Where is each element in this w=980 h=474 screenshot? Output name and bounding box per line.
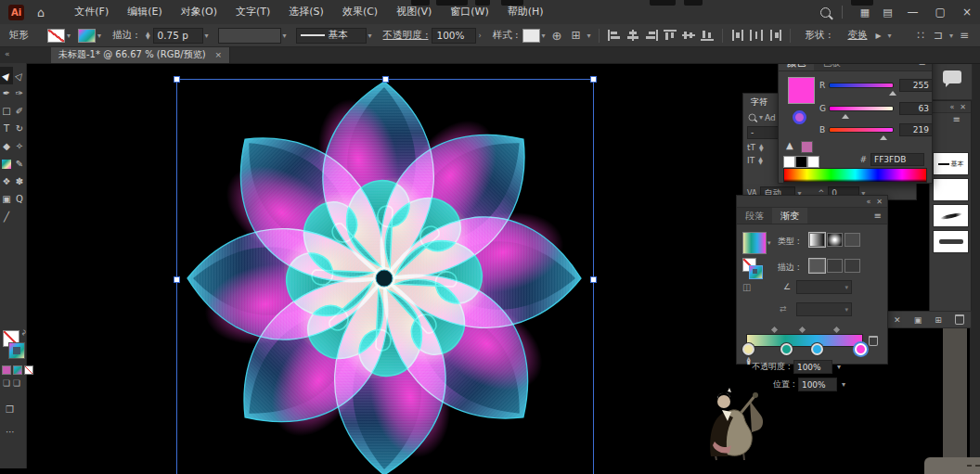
pen-tool[interactable]: ✒ <box>0 84 13 102</box>
font-style-dropdown[interactable]: - <box>747 126 779 139</box>
none-mode-button[interactable] <box>24 365 33 375</box>
edit-toolbar-icon[interactable]: ⋯ <box>6 427 15 437</box>
stroke-swatch-gradient[interactable] <box>8 342 25 359</box>
radial-gradient-type-button[interactable] <box>827 233 843 247</box>
selection-handle-top-right[interactable] <box>590 76 597 83</box>
style-dropdown-icon[interactable]: ▾ <box>542 32 546 40</box>
reverse-gradient-icon[interactable]: ⇄ <box>780 304 787 314</box>
swap-fill-stroke-icon[interactable]: ↷ <box>19 329 27 336</box>
document-setup-globe-icon[interactable]: ⊕ <box>552 29 562 43</box>
screen-mode-icon[interactable]: ❐ <box>6 404 14 415</box>
opacity-value[interactable]: 100% <box>432 28 476 44</box>
stroke-within-button[interactable] <box>809 259 825 273</box>
gradient-stroke-proxy[interactable] <box>749 265 763 279</box>
artboard-tool[interactable]: ▣ <box>0 190 13 208</box>
brush-dropdown-icon[interactable]: ▾ <box>368 32 372 40</box>
draw-behind-icon[interactable]: ❏ <box>13 378 20 388</box>
annotator-icon[interactable]: ◫ <box>742 282 751 292</box>
stop-position-value[interactable]: 100% <box>798 378 837 391</box>
selection-handle-middle-left[interactable] <box>174 276 180 283</box>
align-left-icon[interactable] <box>608 30 621 41</box>
new-brush-icon[interactable]: ⊞ <box>935 315 942 325</box>
gradient-midpoint[interactable] <box>771 327 778 333</box>
character-tab[interactable]: 字符 <box>747 96 771 109</box>
gradient-stop-yellow[interactable] <box>742 343 754 355</box>
panel-menu-icon[interactable]: ≡ <box>874 211 882 221</box>
current-color-swatch[interactable] <box>788 77 815 104</box>
linear-gradient-type-button[interactable] <box>809 233 825 247</box>
green-value[interactable]: 63 <box>899 102 933 115</box>
zoom-tool[interactable]: Q <box>13 190 26 208</box>
search-icon[interactable] <box>820 7 831 18</box>
restore-button[interactable]: ▢ <box>927 6 954 19</box>
hand-tool[interactable] <box>13 208 26 225</box>
opacity-label[interactable]: 不透明度 : <box>383 29 429 42</box>
stop-position-dropdown-icon[interactable]: ▾ <box>842 380 845 389</box>
selection-handle-top-center[interactable] <box>382 76 389 83</box>
transform-link[interactable]: 变换 <box>847 29 867 42</box>
brush-item[interactable] <box>933 204 969 227</box>
red-slider-knob[interactable] <box>889 87 896 96</box>
control-menu-icon[interactable]: ≡ <box>960 29 969 42</box>
width-profile-dropdown-icon[interactable]: ▾ <box>283 32 287 40</box>
preferences-dropdown-icon[interactable]: ▾ <box>587 32 591 40</box>
align-vertical-center-icon[interactable] <box>682 30 695 41</box>
panel-close-icon[interactable]: ✕ <box>876 198 883 206</box>
minimize-button[interactable]: — <box>899 6 927 19</box>
gradient-preview-swatch[interactable] <box>742 232 767 254</box>
menu-select[interactable]: 选择(S) <box>279 0 333 24</box>
angle-dropdown[interactable]: ▾ <box>796 280 852 294</box>
font-search-value[interactable]: Ad <box>765 113 776 122</box>
workspace-switcher-icon[interactable]: ▤ <box>876 6 898 19</box>
align-to-icon[interactable]: ⊐ <box>934 29 943 42</box>
stroke-dropdown-icon[interactable]: ▾ <box>97 32 101 40</box>
stop-opacity-dropdown-icon[interactable]: ▾ <box>837 363 841 371</box>
style-swatch[interactable] <box>522 29 540 43</box>
gradient-tool[interactable] <box>0 155 13 173</box>
font-size-stepper[interactable]: ▲▼ <box>759 144 764 151</box>
delete-brush-trash-icon[interactable] <box>955 314 964 325</box>
brush-item[interactable] <box>933 230 969 253</box>
stroke-weight-dropdown-icon[interactable]: ▾ <box>205 32 209 40</box>
home-icon[interactable]: ⌂ <box>37 6 45 19</box>
stroke-along-button[interactable] <box>827 259 843 273</box>
opacity-expand-icon[interactable]: › <box>478 32 481 40</box>
distribute-right-icon[interactable] <box>768 30 781 41</box>
align-to-dropdown-icon[interactable]: ▾ <box>949 32 953 40</box>
gradient-slider-bar[interactable] <box>746 334 863 347</box>
white-swatch[interactable] <box>807 156 819 168</box>
leading-stepper[interactable]: ▲▼ <box>758 157 763 164</box>
blend-tool[interactable]: ❖ <box>0 173 13 190</box>
symbol-sprayer-tool[interactable]: ✽ <box>13 173 26 190</box>
remove-brush-stroke-icon[interactable]: ✕ <box>894 315 901 325</box>
none-swatch[interactable] <box>783 156 795 168</box>
arrange-documents-icon[interactable]: ▦ <box>854 6 876 19</box>
align-right-icon[interactable] <box>645 30 658 41</box>
blue-slider-knob[interactable] <box>880 132 887 140</box>
tab-paragraph[interactable]: 段落 <box>737 208 772 224</box>
gamut-color-chip[interactable] <box>801 141 813 153</box>
stroke-color-swatch[interactable] <box>78 29 96 43</box>
red-value[interactable]: 255 <box>899 79 933 92</box>
tools-collapse-icon[interactable]: « <box>5 49 10 58</box>
color-mode-button[interactable] <box>2 365 11 375</box>
gradient-stop-cyan[interactable] <box>811 343 823 355</box>
eraser-tool[interactable]: ◆ <box>0 137 13 155</box>
stroke-weight-stepper[interactable]: ▲▼ <box>146 32 150 39</box>
all-tools-grid-icon[interactable]: ∷ <box>917 29 924 42</box>
stop-opacity-value[interactable]: 100% <box>793 360 832 374</box>
align-bottom-icon[interactable] <box>701 30 714 41</box>
measure-tool[interactable]: ╱ <box>0 208 13 225</box>
rotate-tool[interactable]: ↻ <box>13 120 26 137</box>
menu-object[interactable]: 对象(O) <box>172 0 226 24</box>
selection-handle-top-left[interactable] <box>174 76 180 83</box>
document-close-icon[interactable]: × <box>215 50 223 59</box>
fill-color-swatch[interactable] <box>47 29 65 43</box>
isolate-selection-icon[interactable]: ▸ <box>875 29 881 42</box>
app-logo[interactable]: Ai <box>8 5 24 20</box>
direct-selection-tool[interactable]: ▷ <box>13 67 26 84</box>
blue-slider[interactable] <box>829 127 894 133</box>
freeform-gradient-type-button[interactable] <box>845 233 860 247</box>
close-button[interactable]: × <box>954 6 980 19</box>
menu-type[interactable]: 文字(T) <box>226 0 279 24</box>
